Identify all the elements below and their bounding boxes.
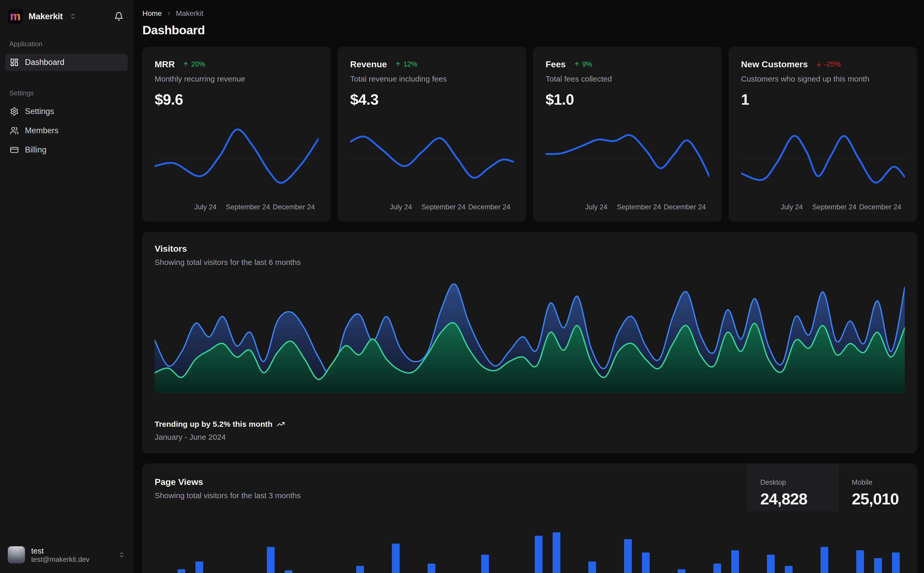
stat-title: New Customers — [741, 59, 808, 69]
tab-value: 25,010 — [852, 490, 917, 508]
tab-desktop[interactable]: Desktop 24,828 — [747, 464, 838, 511]
stat-card-mrr: MRR 20% Monthly recurring revenue $9.6 J… — [143, 47, 331, 222]
section-label-settings: Settings — [9, 89, 124, 97]
page-views-bar-chart — [155, 519, 905, 573]
user-email: test@makerkit.dev — [31, 556, 89, 564]
stat-value: $4.3 — [338, 91, 526, 108]
sidebar: m Makerkit Application Dashboard Setting… — [0, 0, 133, 573]
chevrons-up-down-icon — [118, 551, 125, 558]
trend-badge: -25% — [816, 60, 841, 68]
main-content: Home Makerkit Dashboard MRR 20% Monthly … — [133, 0, 924, 573]
sidebar-item-members[interactable]: Members — [5, 122, 128, 139]
notifications-bell-icon[interactable] — [114, 12, 124, 21]
visitors-date-range: January - June 2024 — [155, 433, 285, 441]
gear-icon — [10, 107, 19, 116]
tab-label: Desktop — [760, 479, 838, 487]
stat-description: Total revenue including fees — [338, 75, 526, 83]
arrow-up-icon — [395, 61, 401, 67]
makerkit-logo: m — [8, 9, 23, 24]
breadcrumb-current: Makerkit — [176, 9, 204, 18]
avatar — [8, 546, 25, 564]
visitors-title: Visitors — [143, 244, 917, 254]
stat-value: 1 — [729, 91, 917, 108]
stat-value: $9.6 — [143, 91, 330, 108]
tab-mobile[interactable]: Mobile 25,010 — [838, 464, 917, 511]
sidebar-item-label: Dashboard — [25, 58, 64, 67]
visitors-card: Visitors Showing total visitors for the … — [143, 232, 917, 453]
sidebar-item-billing[interactable]: Billing — [5, 141, 128, 158]
page-views-tabs: Desktop 24,828 Mobile 25,010 — [747, 464, 917, 511]
page-views-header: Page Views Showing total visitors for th… — [143, 464, 917, 511]
stat-description: Customers who signed up this month — [729, 75, 917, 83]
visitors-footer: Trending up by 5.2% this month January -… — [155, 420, 285, 441]
visitors-description: Showing total visitors for the last 6 mo… — [143, 258, 917, 267]
trend-badge: 9% — [574, 60, 592, 68]
stat-description: Monthly recurring revenue — [143, 75, 330, 83]
tab-label: Mobile — [852, 479, 917, 487]
credit-card-icon — [10, 146, 19, 154]
sparkline-axis-labels: July 24 September 24 December 24 — [155, 203, 318, 213]
visitors-area-chart — [155, 276, 905, 393]
sidebar-item-label: Billing — [25, 145, 47, 155]
stats-row: MRR 20% Monthly recurring revenue $9.6 J… — [143, 47, 917, 222]
stat-title: Revenue — [350, 59, 387, 69]
breadcrumb-home-link[interactable]: Home — [143, 9, 162, 18]
stat-value: $1.0 — [533, 91, 721, 108]
sidebar-item-label: Members — [25, 126, 58, 135]
sparkline-chart — [155, 120, 318, 198]
sparkline-axis-labels: July 24 September 24 December 24 — [546, 203, 709, 213]
user-menu[interactable]: test test@makerkit.dev — [0, 538, 133, 573]
stat-card-revenue: Revenue 12% Total revenue including fees… — [338, 47, 526, 222]
stat-title: Fees — [546, 59, 566, 69]
page-views-card: Page Views Showing total visitors for th… — [143, 463, 917, 573]
workspace-selector[interactable]: m Makerkit — [0, 0, 133, 24]
sidebar-item-label: Settings — [25, 107, 54, 116]
arrow-down-icon — [816, 61, 822, 67]
nav-group-application: Application Dashboard — [5, 40, 128, 71]
stat-card-fees: Fees 9% Total fees collected $1.0 July 2… — [533, 47, 722, 222]
sparkline-axis-labels: July 24 September 24 December 24 — [350, 203, 514, 213]
trend-badge: 12% — [395, 60, 417, 68]
breadcrumb: Home Makerkit — [143, 9, 917, 18]
stat-description: Total fees collected — [533, 75, 721, 83]
page-title: Dashboard — [143, 23, 917, 37]
users-icon — [10, 126, 19, 135]
user-name: test — [31, 546, 89, 556]
stat-card-new-customers: New Customers -25% Customers who signed … — [729, 47, 917, 222]
nav-group-settings: Settings Settings Members Billing — [5, 89, 128, 158]
sparkline-chart — [741, 120, 905, 198]
sidebar-item-dashboard[interactable]: Dashboard — [5, 54, 128, 71]
arrow-up-icon — [182, 61, 189, 67]
chevron-right-icon — [166, 11, 172, 16]
tab-value: 24,828 — [760, 490, 838, 508]
sidebar-nav: Application Dashboard Settings Settings … — [0, 24, 133, 161]
user-info: test test@makerkit.dev — [31, 546, 89, 564]
trending-up-icon — [276, 420, 285, 428]
sparkline-axis-labels: July 24 September 24 December 24 — [741, 203, 905, 213]
chevrons-up-down-icon — [70, 13, 77, 20]
sidebar-item-settings[interactable]: Settings — [5, 103, 128, 120]
section-label-application: Application — [9, 40, 124, 48]
sparkline-chart — [546, 120, 709, 198]
stat-title: MRR — [155, 59, 175, 69]
arrow-up-icon — [574, 61, 580, 67]
sparkline-chart — [350, 120, 514, 198]
trend-badge: 20% — [182, 60, 205, 68]
dashboard-grid-icon — [10, 58, 19, 67]
workspace-name: Makerkit — [28, 11, 63, 21]
logo-letter: m — [10, 11, 21, 22]
visitors-trend-text: Trending up by 5.2% this month — [155, 420, 272, 429]
